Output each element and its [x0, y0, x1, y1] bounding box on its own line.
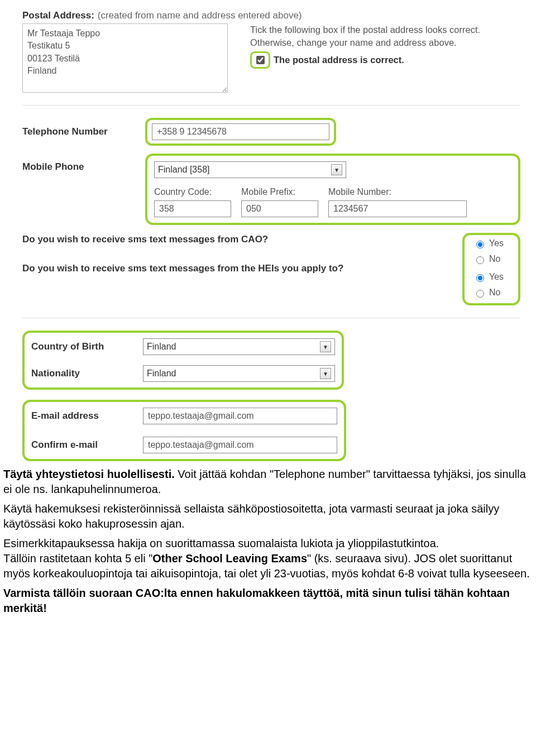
- email-input[interactable]: [143, 408, 337, 424]
- sms-cao-yes[interactable]: Yes: [473, 238, 504, 248]
- dropdown-icon: ▼: [320, 368, 331, 379]
- telephone-label: Telephone Number: [22, 126, 145, 137]
- sms-radio-highlight: Yes No Yes No: [462, 233, 520, 305]
- postal-address-hint: (created from name and address entered a…: [98, 10, 302, 21]
- email-label: E-mail address: [31, 410, 143, 422]
- nationality-label: Nationality: [31, 368, 143, 379]
- instr-p3c: Other School Leaving Exams: [152, 552, 307, 564]
- cob-select[interactable]: Finland ▼: [143, 338, 335, 355]
- sms-cao-question: Do you wish to receive sms text messages…: [22, 233, 462, 245]
- mobile-country-select[interactable]: Finland [358] ▼: [154, 161, 346, 178]
- sms-hei-yes-radio[interactable]: [476, 274, 484, 282]
- country-code-input[interactable]: [154, 200, 231, 217]
- confirm-email-label: Confirm e-mail: [31, 439, 143, 451]
- postal-confirm-checkbox[interactable]: [256, 56, 265, 64]
- sms-hei-yes[interactable]: Yes: [473, 272, 504, 282]
- dropdown-icon: ▼: [320, 341, 331, 352]
- instr-p3a: Esimerkkitapauksessa hakija on suorittam…: [3, 537, 439, 549]
- separator: [22, 105, 520, 106]
- postal-address-label: Postal Address:: [22, 10, 94, 21]
- nationality-value: Finland: [147, 369, 176, 379]
- mobile-country-value: Finland [358]: [158, 165, 210, 175]
- mobile-number-label: Mobile Number:: [328, 187, 467, 197]
- postal-address-textarea[interactable]: Mr Testaaja Teppo Testikatu 5 00123 Test…: [22, 23, 228, 93]
- confirm-email-input[interactable]: [143, 437, 337, 453]
- sms-cao-no[interactable]: No: [473, 254, 500, 264]
- instr-p2: Käytä hakemuksesi rekisteröinnissä sella…: [3, 501, 533, 532]
- postal-confirm-label: The postal address is correct.: [274, 54, 404, 66]
- telephone-row: Telephone Number: [22, 118, 520, 146]
- birth-nationality-highlight: Country of Birth Finland ▼ Nationality F…: [22, 331, 344, 390]
- instr-p1-bold: Täytä yhteystietosi huolellisesti.: [3, 468, 175, 480]
- mobile-number-input[interactable]: [328, 200, 467, 217]
- postal-confirm-highlight: [250, 51, 270, 69]
- telephone-highlight: [145, 118, 336, 146]
- mobile-prefix-input[interactable]: [241, 200, 318, 217]
- sms-hei-no[interactable]: No: [473, 288, 500, 298]
- mobile-highlight: Finland [358] ▼ Country Code: Mobile Pre…: [145, 154, 520, 225]
- instr-p4: Varmista tällöin suoraan CAO:lta ennen h…: [3, 586, 533, 616]
- instruction-block: Täytä yhteystietosi huolellisesti. Voit …: [0, 467, 536, 626]
- postal-help-line1: Tick the following box if the postal add…: [250, 23, 520, 36]
- telephone-input[interactable]: [152, 123, 329, 140]
- email-highlight: E-mail address Confirm e-mail: [22, 400, 346, 461]
- mobile-label: Mobile Phone: [22, 154, 145, 173]
- country-code-label: Country Code:: [154, 187, 231, 197]
- nationality-select[interactable]: Finland ▼: [143, 365, 335, 382]
- dropdown-icon: ▼: [331, 164, 342, 175]
- sms-cao-yes-radio[interactable]: [476, 241, 484, 248]
- cob-value: Finland: [147, 342, 176, 352]
- postal-help-line2: Otherwise, change your name and address …: [250, 36, 520, 49]
- cob-label: Country of Birth: [31, 341, 143, 352]
- sms-cao-no-radio[interactable]: [476, 256, 484, 264]
- sms-hei-question: Do you wish to receive sms text messages…: [22, 262, 462, 274]
- sms-hei-no-radio[interactable]: [476, 290, 484, 298]
- instr-p3b: Tällöin rastitetaan kohta 5 eli ": [3, 552, 152, 564]
- postal-address-section: Postal Address: (created from name and a…: [22, 10, 520, 93]
- mobile-prefix-label: Mobile Prefix:: [241, 187, 318, 197]
- separator: [22, 318, 520, 318]
- mobile-row: Mobile Phone Finland [358] ▼ Country Cod…: [22, 154, 520, 225]
